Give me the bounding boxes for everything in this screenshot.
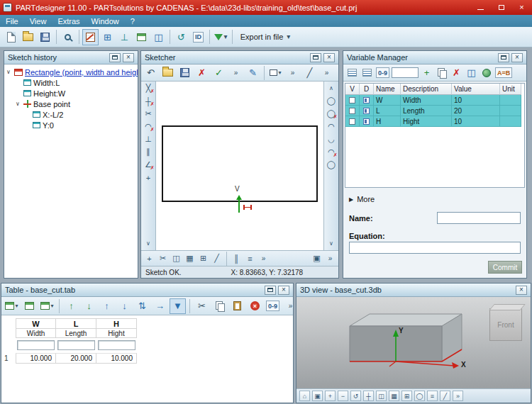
move-row-down-button[interactable]: ↓ [116,298,133,314]
close-panel-button[interactable]: × [511,53,523,62]
home-view-button[interactable]: ⌂ [299,391,310,401]
visible-checkbox[interactable] [349,108,355,114]
save-button[interactable] [37,29,53,45]
column-header-d[interactable]: D [360,84,374,95]
globe-button[interactable] [480,66,493,80]
filter-input-w[interactable] [17,340,55,350]
zoom-in-button[interactable]: + [325,391,336,401]
insert-row-below-button[interactable]: ↓ [81,298,97,314]
cell-l-value[interactable]: 20.000 [56,353,96,364]
expander-icon[interactable]: ∨ [14,101,21,107]
toolbar-overflow-button[interactable]: » [453,391,463,401]
hatch-tool-button[interactable]: ╱ [211,253,223,264]
variable-name-input[interactable] [437,212,521,224]
zoom-fit-button[interactable]: ▣ [312,391,323,401]
view3d-canvas[interactable]: Y X Front [297,297,531,389]
dimension-button[interactable]: ⊞ [99,29,116,45]
line-overflow-button[interactable]: » [318,66,335,80]
delete-variable-button[interactable]: ✗ [450,66,463,80]
undo-button[interactable]: ↶ [143,66,159,80]
new-file-button[interactable] [3,29,19,45]
zoom-button[interactable] [60,29,76,45]
commit-button[interactable]: Commit [488,261,522,274]
maximize-button[interactable] [491,0,511,15]
save-sketch-button[interactable] [177,66,193,80]
copy-button[interactable] [211,298,228,314]
fillet-tool-button[interactable]: ◠✗ [326,147,338,157]
bars-view-button[interactable]: ║ [231,253,243,264]
float-panel-button[interactable] [498,53,509,62]
top-view-button[interactable]: ▦ [389,391,399,401]
arc-3point-tool-button[interactable]: ◡ [326,134,338,145]
zoom-out-button[interactable]: − [338,391,348,401]
mirror-tool-button[interactable]: ◫ [170,253,182,264]
variable-row-h[interactable]: H Hight 10 [345,116,524,127]
tree-item-width[interactable]: Width:L [5,77,137,88]
rename-variable-button[interactable]: A=B [494,66,513,80]
visible-checkbox[interactable] [349,118,355,125]
delete-point-button[interactable]: ┼✗ [143,96,155,106]
menu-extras[interactable]: Extras [52,15,85,27]
angle-constraint-button[interactable]: ∠✗ [143,159,155,170]
ellipse-tool-button[interactable]: ◯ [326,159,338,170]
column-header-name[interactable]: Name [374,84,401,95]
transfer-button[interactable]: → [152,298,168,314]
tree-item-rectangle[interactable]: ∨ Rectangle (point, width and height) [5,67,137,77]
copy-variable-button[interactable] [435,66,448,80]
section-button[interactable]: ╱ [440,391,450,401]
list-view-button[interactable]: ≡ [244,253,256,264]
sketcher-toggle-button[interactable] [82,29,99,45]
more-expander[interactable]: ▶ More [349,195,375,203]
edit-tool-button[interactable]: ✎ [245,66,261,80]
paste-button[interactable] [229,298,245,314]
filter-input-l[interactable] [57,340,95,350]
insert-row-above-button[interactable]: ↑ [63,298,79,314]
float-panel-button[interactable] [109,53,121,62]
iso-view-button[interactable]: ⊞ [401,391,412,401]
rectangle-tool-button[interactable]: ▾ [267,66,284,80]
tree-item-x[interactable]: X:-L/2 [5,109,137,120]
move-row-up-button[interactable]: ↑ [99,298,115,314]
variable-value[interactable]: 10 [452,95,500,106]
tangent-constraint-button[interactable]: ◠✗ [143,121,155,132]
detail-view-button[interactable] [360,66,374,80]
column-header-l[interactable]: L [56,318,96,329]
table-editor-button[interactable] [133,29,150,45]
cell-h-value[interactable]: 10.000 [96,353,137,364]
menu-view[interactable]: View [24,15,52,27]
open-file-button[interactable] [20,29,36,45]
apply-row-button[interactable]: ▼ [170,298,186,314]
circle-diameter-tool-button[interactable]: ◯✗ [326,108,338,119]
sketch-canvas[interactable]: V [156,82,323,250]
arc-tool-button[interactable]: ◠ [326,121,338,132]
number-format-button[interactable]: 0-9 [375,66,390,80]
variable-value[interactable]: 10 [452,116,500,127]
wireframe-button[interactable]: ◯ [414,391,425,401]
variable-row-w[interactable]: W Width 10 [345,95,524,106]
scroll-up-button[interactable]: ∧ [326,83,338,94]
rotate-view-button[interactable]: ↺ [350,391,361,401]
open-sketch-button[interactable] [160,66,176,80]
snap-grid-button[interactable]: ⊞ [197,253,209,264]
bottom-overflow-button[interactable]: » [257,253,270,264]
tree-item-y[interactable]: Y:0 [5,120,137,130]
column-header-w[interactable]: W [16,318,56,329]
save-table-button[interactable]: ▾ [39,298,55,314]
menu-help[interactable]: ? [125,15,140,27]
bottom-overflow-button-2[interactable]: » [324,253,336,264]
cell-w-value[interactable]: 10.000 [16,353,56,364]
delete-element-button[interactable]: ╳✗ [143,83,155,94]
close-panel-button[interactable]: × [516,286,527,295]
line-tool-button[interactable]: ╱ [301,66,318,80]
scroll-down-button[interactable]: ∨ [143,238,155,249]
close-panel-button[interactable]: × [278,286,289,295]
equation-input[interactable] [349,242,521,254]
export-in-file-button[interactable]: Export in file ▾ [235,29,295,45]
grid-toggle-button[interactable]: ▦ [184,253,196,264]
new-table-button[interactable]: ▾ [4,298,20,314]
column-header-v[interactable]: V [345,84,360,95]
open-table-button[interactable] [21,298,38,314]
point-tool-button[interactable]: + [143,172,155,183]
column-header-unit[interactable]: Unit [500,84,521,95]
connection-button[interactable]: ↺ [173,29,189,45]
